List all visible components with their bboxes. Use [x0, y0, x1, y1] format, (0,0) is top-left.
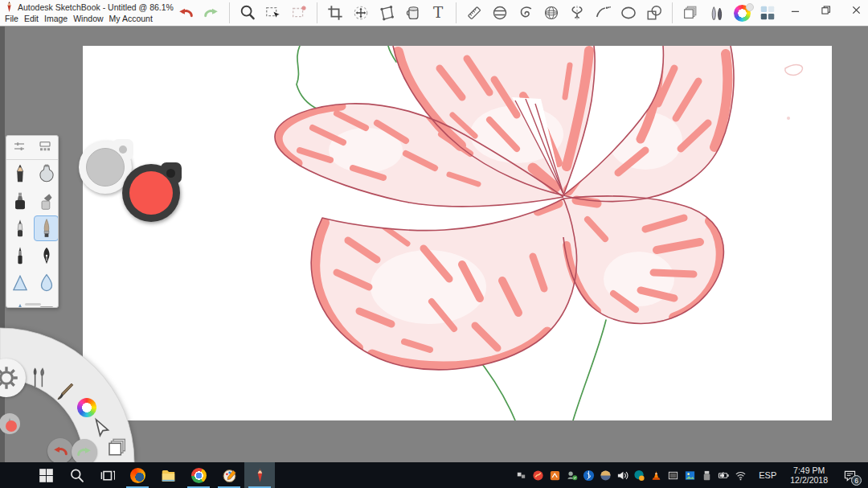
brush-pencil[interactable]	[7, 161, 32, 187]
close-button[interactable]	[841, 0, 868, 19]
workspace	[0, 27, 868, 462]
brush-blur[interactable]	[34, 270, 59, 296]
shapes-icon	[645, 4, 663, 22]
tray-vlc-icon[interactable]	[650, 470, 662, 482]
taskbar-chrome-button[interactable]	[183, 462, 214, 488]
restore-button[interactable]	[810, 0, 841, 19]
lagoon-undo-button[interactable]	[47, 438, 73, 462]
tray-tray-expand-icon[interactable]	[515, 470, 527, 482]
ink-nib-icon	[36, 245, 57, 266]
brush-airbrush[interactable]	[34, 161, 59, 187]
crop-button[interactable]	[323, 2, 347, 24]
menubar: FileEditImageWindowMy Account	[5, 14, 170, 26]
symmetry-button[interactable]	[565, 2, 589, 24]
pencil-icon	[10, 163, 31, 184]
tray-help-badge-icon[interactable]	[633, 470, 645, 482]
brush-paintbrush[interactable]	[34, 215, 59, 241]
paintbrush-icon	[36, 218, 57, 239]
deselect-button[interactable]	[287, 2, 311, 24]
taskbar-search-button[interactable]	[61, 462, 92, 488]
ruler-button[interactable]	[462, 2, 486, 24]
menu-edit[interactable]: Edit	[24, 14, 44, 23]
distort-button[interactable]	[375, 2, 399, 24]
ellipse-button[interactable]	[616, 2, 641, 24]
lagoon-layers-button[interactable]	[105, 436, 129, 460]
brush-ink-nib[interactable]	[34, 243, 59, 269]
menu-my-account[interactable]: My Account	[109, 14, 158, 23]
toolbar-group	[235, 2, 311, 24]
zoom-button[interactable]	[235, 2, 260, 24]
undo-button[interactable]	[174, 2, 198, 24]
start-icon	[39, 468, 54, 483]
tray-usb-icon[interactable]	[701, 470, 713, 482]
canvas[interactable]	[83, 46, 832, 420]
lagoon-active-color-swatch[interactable]	[6, 420, 17, 432]
taskbar-firefox-button[interactable]	[122, 462, 153, 488]
brush-fine-liner[interactable]	[7, 243, 32, 269]
fine-liner-icon	[10, 245, 31, 266]
tray-wifi-icon[interactable]	[735, 470, 747, 482]
taskbar-sketchbook-button[interactable]	[244, 462, 275, 488]
tray-bluetooth-icon[interactable]	[583, 470, 595, 482]
brush-library-button[interactable]	[38, 139, 52, 157]
taskbar-start-button[interactable]	[31, 462, 61, 488]
clock[interactable]: 7:49 PM 12/2/2018	[785, 465, 833, 485]
french-curve-icon	[517, 4, 534, 22]
tray-user-status-icon[interactable]	[566, 470, 578, 482]
redo-button[interactable]	[199, 2, 223, 24]
brush-settings-button[interactable]	[12, 139, 27, 157]
minimize-icon	[791, 6, 800, 14]
toolbar-group	[678, 2, 780, 24]
shapes-button[interactable]	[642, 2, 666, 24]
notification-badge: 6	[851, 475, 862, 486]
layers-icon	[682, 4, 699, 22]
fill-button[interactable]	[400, 2, 424, 24]
notification-center[interactable]: 6	[836, 462, 863, 488]
taskbar-paint-button[interactable]	[214, 462, 244, 488]
brush-marker[interactable]	[7, 188, 32, 214]
brush-ballpoint-pen[interactable]	[7, 215, 32, 241]
lagoon-gear-button[interactable]	[0, 360, 24, 396]
zoom-icon	[239, 4, 256, 22]
tray-volume-icon[interactable]	[616, 470, 628, 482]
stroke-button[interactable]	[591, 2, 615, 24]
select-button[interactable]	[261, 2, 285, 24]
blur-icon	[36, 273, 57, 293]
text-button[interactable]: T	[426, 2, 450, 24]
tray-photos-icon[interactable]	[684, 470, 696, 482]
tools-icon	[27, 366, 51, 390]
ellipse-guide-icon	[491, 4, 509, 22]
perspective-button[interactable]	[539, 2, 563, 24]
gear-icon	[0, 360, 24, 396]
tray-globe-icon[interactable]	[600, 470, 612, 482]
panel-drag-handle[interactable]	[25, 303, 41, 306]
brush-chisel-marker[interactable]	[34, 188, 59, 214]
copic-library-button[interactable]	[755, 2, 780, 24]
ellipse-guide-button[interactable]	[488, 2, 512, 24]
lagoon-redo-button[interactable]	[72, 439, 97, 462]
taskbar-task-view-button[interactable]	[92, 462, 122, 488]
menu-image[interactable]: Image	[44, 14, 73, 23]
brush-puck-pin-icon	[119, 146, 127, 154]
tray-security-alert-icon[interactable]	[532, 470, 544, 482]
menu-window[interactable]: Window	[73, 14, 108, 23]
transform-button[interactable]	[349, 2, 373, 24]
tray-battery-icon[interactable]	[718, 470, 730, 482]
language-indicator[interactable]: ESP	[753, 470, 782, 480]
taskbar-file-explorer-button[interactable]	[153, 462, 183, 488]
toolbar-separator	[672, 2, 673, 23]
brush-smear[interactable]	[7, 270, 32, 296]
lagoon-tools-button[interactable]	[27, 366, 51, 390]
redo-icon	[203, 4, 220, 22]
minimize-button[interactable]	[780, 0, 810, 19]
paint-icon	[222, 468, 237, 483]
tray-display-icon[interactable]	[667, 470, 679, 482]
brushes-button[interactable]	[704, 2, 728, 24]
menu-file[interactable]: File	[5, 14, 24, 23]
layers-button[interactable]	[678, 2, 702, 24]
brush-grid	[6, 160, 58, 304]
tray-system-utility-icon[interactable]	[549, 470, 561, 482]
color-puck[interactable]	[122, 164, 180, 222]
french-curve-button[interactable]	[514, 2, 538, 24]
svg-text:T: T	[433, 4, 444, 21]
